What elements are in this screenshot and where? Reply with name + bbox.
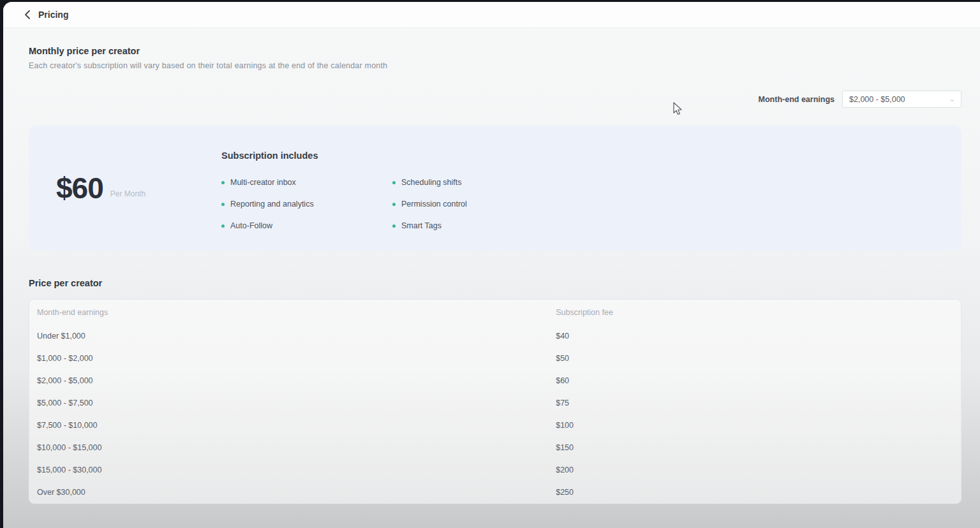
bullet-dot-icon <box>221 203 225 206</box>
cell-earnings: $2,000 - $5,000 <box>29 376 548 385</box>
cell-fee: $60 <box>548 376 961 385</box>
price-amount: $60 <box>56 171 103 205</box>
bullet-dot-icon <box>221 181 225 184</box>
table-body: Under $1,000$40$1,000 - $2,000$50$2,000 … <box>29 325 961 503</box>
features-col-1: Scheduling shiftsPermission controlSmart… <box>392 177 563 242</box>
feature-label: Multi-creator inbox <box>230 178 296 187</box>
table-row: $2,000 - $5,000$60 <box>29 369 961 392</box>
bullet-dot-icon <box>221 224 225 228</box>
table-row: Over $30,000$250 <box>29 481 961 503</box>
feature-label: Smart Tags <box>401 221 442 230</box>
features-title: Subscription includes <box>221 150 563 161</box>
back-button[interactable] <box>20 8 34 22</box>
bullet-dot-icon <box>392 224 396 228</box>
top-bar: Pricing <box>3 2 980 28</box>
col-header-fee: Subscription fee <box>548 308 961 317</box>
feature-item: Multi-creator inbox <box>221 177 392 187</box>
cell-fee: $40 <box>548 332 961 341</box>
chevron-left-icon <box>24 10 30 19</box>
main-content: Monthly price per creator Each creator's… <box>3 28 980 504</box>
section-title: Monthly price per creator <box>29 46 961 56</box>
table-row: $10,000 - $15,000$150 <box>29 436 961 458</box>
earnings-select[interactable]: $2,000 - $5,000 ⌄ <box>842 91 961 108</box>
cell-earnings: $15,000 - $30,000 <box>29 466 548 474</box>
col-header-earnings: Month-end earnings <box>29 308 548 317</box>
table-row: $1,000 - $2,000$50 <box>29 347 961 369</box>
feature-label: Reporting and analytics <box>230 200 314 209</box>
price-table: Month-end earnings Subscription fee Unde… <box>29 299 961 504</box>
section-subtitle: Each creator's subscription will vary ba… <box>29 61 961 70</box>
bullet-dot-icon <box>392 181 396 184</box>
feature-label: Permission control <box>401 200 467 209</box>
feature-label: Scheduling shifts <box>401 178 462 187</box>
price-period-label: Per Month <box>110 189 145 198</box>
features-col-0: Multi-creator inboxReporting and analyti… <box>221 177 392 242</box>
feature-label: Auto-Follow <box>230 221 272 230</box>
page-breadcrumb-title: Pricing <box>38 10 68 20</box>
cell-fee: $250 <box>548 488 961 497</box>
table-row: Under $1,000$40 <box>29 325 961 347</box>
feature-item: Reporting and analytics <box>221 199 392 209</box>
features-block: Subscription includes Multi-creator inbo… <box>221 126 563 251</box>
feature-item: Permission control <box>392 199 563 209</box>
cell-earnings: $5,000 - $7,500 <box>29 399 548 407</box>
chevron-down-icon: ⌄ <box>949 96 955 103</box>
price-table-title: Price per creator <box>29 278 961 288</box>
table-header-row: Month-end earnings Subscription fee <box>29 300 961 325</box>
bullet-dot-icon <box>392 203 396 206</box>
cell-earnings: Under $1,000 <box>29 332 548 341</box>
feature-item: Auto-Follow <box>221 221 392 231</box>
cell-earnings: Over $30,000 <box>29 488 548 497</box>
cell-fee: $150 <box>548 443 961 452</box>
table-row: $5,000 - $7,500$75 <box>29 392 961 414</box>
features-columns: Multi-creator inboxReporting and analyti… <box>221 177 563 242</box>
cell-earnings: $1,000 - $2,000 <box>29 354 548 363</box>
earnings-select-value: $2,000 - $5,000 <box>849 95 905 104</box>
subscription-plan-card: $60 Per Month Subscription includes Mult… <box>29 126 961 251</box>
app-window: Pricing Monthly price per creator Each c… <box>3 2 980 528</box>
earnings-filter-label: Month-end earnings <box>759 95 835 104</box>
table-row: $7,500 - $10,000$100 <box>29 414 961 436</box>
cell-fee: $200 <box>548 466 961 474</box>
price-block: $60 Per Month <box>29 126 221 251</box>
cell-fee: $100 <box>548 421 961 430</box>
filter-row: Month-end earnings $2,000 - $5,000 ⌄ <box>29 91 961 108</box>
feature-item: Scheduling shifts <box>392 177 563 187</box>
cell-fee: $50 <box>548 354 961 363</box>
cell-earnings: $7,500 - $10,000 <box>29 421 548 430</box>
cell-earnings: $10,000 - $15,000 <box>29 443 548 452</box>
cell-fee: $75 <box>548 399 961 407</box>
feature-item: Smart Tags <box>392 221 563 231</box>
table-row: $15,000 - $30,000$200 <box>29 458 961 481</box>
